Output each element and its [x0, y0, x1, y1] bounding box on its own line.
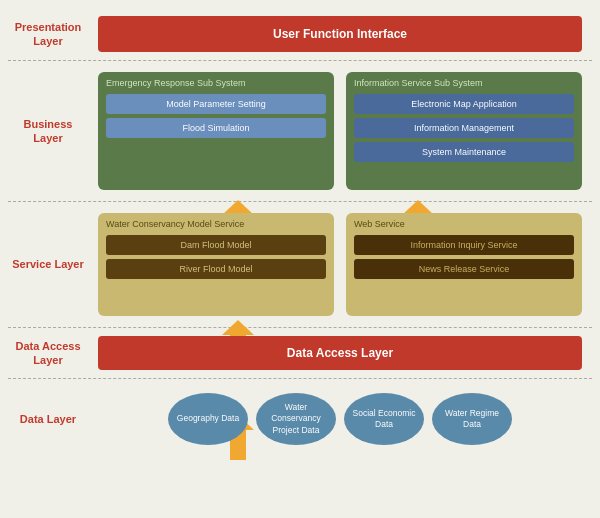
business-layer-row: Business Layer Emergency Response Sub Sy… [8, 61, 592, 201]
data-access-bar: Data Access Layer [98, 336, 582, 370]
presentation-layer-row: Presentation Layer User Function Interfa… [8, 8, 592, 60]
data-layer-label: Data Layer [8, 408, 88, 430]
information-service-subsystem: Information Service Sub System Electroni… [346, 72, 582, 190]
service-layer-label: Service Layer [8, 253, 88, 275]
data-ovals-container: Geography Data Water Conservancy Project… [88, 384, 592, 454]
water-conservancy-service-title: Water Conservancy Model Service [106, 219, 326, 229]
data-access-layer-row: Data Access Layer Data Access Layer [8, 328, 592, 378]
water-conservancy-service-box: Water Conservancy Model Service Dam Floo… [98, 213, 334, 316]
water-regime-data-oval: Water Regime Data [432, 393, 512, 445]
business-layer-label: Business Layer [8, 113, 88, 150]
data-layer-content: Geography Data Water Conservancy Project… [88, 384, 592, 454]
information-management: Information Management [354, 118, 574, 138]
flood-simulation: Flood Simulation [106, 118, 326, 138]
social-economic-data-oval: Social Economic Data [344, 393, 424, 445]
web-service-title: Web Service [354, 219, 574, 229]
business-layer-content: Emergency Response Sub System Model Para… [88, 66, 592, 196]
electronic-map-application: Electronic Map Application [354, 94, 574, 114]
model-parameter-setting: Model Parameter Setting [106, 94, 326, 114]
geography-data-oval: Geography Data [168, 393, 248, 445]
service-layer-content: Water Conservancy Model Service Dam Floo… [88, 207, 592, 322]
river-flood-model: River Flood Model [106, 259, 326, 279]
data-layer-row: Data Layer Geography Data Water Conserva… [8, 379, 592, 459]
news-release-service: News Release Service [354, 259, 574, 279]
emergency-response-subsystem: Emergency Response Sub System Model Para… [98, 72, 334, 190]
user-function-interface-bar: User Function Interface [98, 16, 582, 53]
service-layer-row: Service Layer Water Conservancy Model Se… [8, 202, 592, 327]
presentation-layer-label: Presentation Layer [8, 16, 88, 53]
diagram-container: Presentation Layer User Function Interfa… [0, 0, 600, 518]
data-access-layer-content: Data Access Layer [88, 331, 592, 375]
water-conservancy-project-data-oval: Water Conservancy Project Data [256, 393, 336, 445]
information-inquiry-service: Information Inquiry Service [354, 235, 574, 255]
web-service-box: Web Service Information Inquiry Service … [346, 213, 582, 316]
emergency-response-title: Emergency Response Sub System [106, 78, 326, 88]
business-subsystems: Emergency Response Sub System Model Para… [88, 66, 592, 196]
presentation-layer-content: User Function Interface [88, 10, 592, 59]
system-maintenance: System Maintenance [354, 142, 574, 162]
service-boxes: Water Conservancy Model Service Dam Floo… [88, 207, 592, 322]
data-access-layer-label: Data Access Layer [8, 335, 88, 372]
dam-flood-model: Dam Flood Model [106, 235, 326, 255]
information-service-title: Information Service Sub System [354, 78, 574, 88]
